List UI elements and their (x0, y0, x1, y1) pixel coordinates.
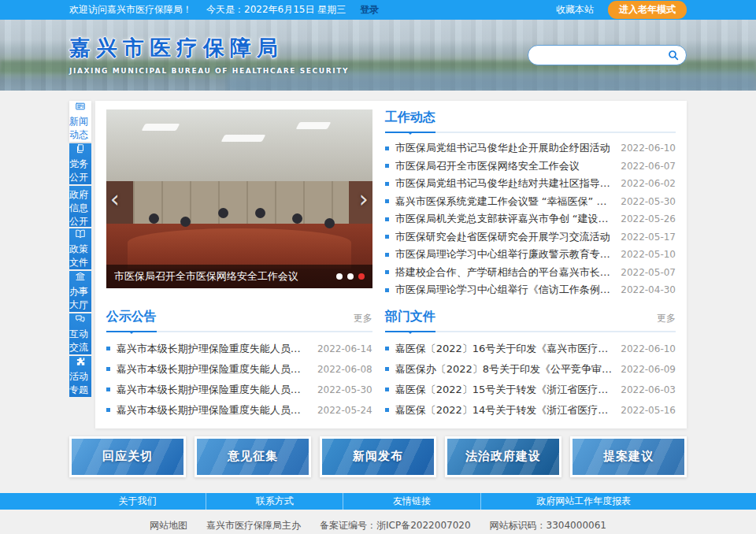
news-date: 2022-05-26 (621, 213, 676, 224)
list-item[interactable]: 嘉兴市医保系统党建工作会议暨 “幸福医保” 党建联... 2022-05-30 (385, 193, 676, 211)
list-item[interactable]: 嘉医保〔2022〕15号关于转发《浙江省医疗保... 2022-06-03 (385, 380, 676, 400)
list-item[interactable]: 嘉兴市本级长期护理保险重度失能人员名单公示（2... 2022-05-24 (106, 400, 372, 421)
date-text: 今天是：2022年6月15日 星期三 (206, 3, 346, 17)
login-link[interactable]: 登录 (360, 3, 379, 17)
news-title[interactable]: 嘉医保办〔2022〕8号关于印发《公平竞争审查... (395, 362, 613, 376)
list-item[interactable]: 市医保局召开全市医保网络安全工作会议 2022-06-07 (385, 158, 676, 176)
sidebar-item-gov-info[interactable]: 政府信息公开 (69, 186, 91, 227)
news-title[interactable]: 市医保研究会赴省医保研究会开展学习交流活动 (395, 230, 613, 244)
documents-more-link[interactable]: 更多 (657, 312, 676, 331)
news-carousel[interactable]: ‹ › 市医保局召开全市医保网络安全工作会议 (106, 109, 372, 288)
news-title[interactable]: 市医保局理论学习中心组举行《信访工作条例》专题... (395, 283, 613, 297)
header-banner: 嘉兴市医疗保障局 JIAXING MUNICIPAL BUREAU OF HEA… (0, 20, 756, 91)
banner-label: 法治政府建设 (465, 449, 541, 464)
list-item[interactable]: 嘉医保〔2022〕16号关于印发《嘉兴市医疗保... 2022-06-10 (385, 339, 676, 359)
carousel-dot[interactable] (336, 273, 343, 280)
bullet-icon (385, 217, 389, 221)
news-title[interactable]: 市医保局理论学习中心组举行廉政警示教育专题学习... (395, 247, 613, 261)
sidebar-item-interaction[interactable]: 互动交流 (69, 313, 91, 354)
favorite-link[interactable]: 收藏本站 (556, 3, 594, 17)
sidebar-item-service-hall[interactable]: 办事大厅 (69, 271, 91, 312)
list-item[interactable]: 市医保局理论学习中心组举行廉政警示教育专题学习... 2022-05-10 (385, 246, 676, 264)
documents-list: 嘉医保〔2022〕16号关于印发《嘉兴市医疗保... 2022-06-10 嘉医… (385, 339, 676, 421)
list-item[interactable]: 市医保局理论学习中心组举行《信访工作条例》专题... 2022-04-30 (385, 281, 676, 299)
footer-link-contact[interactable]: 联系方式 (206, 493, 343, 510)
banner-law-government[interactable]: 法治政府建设 (445, 436, 561, 477)
news-title[interactable]: 嘉兴市本级长期护理保险重度失能人员名单公示（2... (117, 403, 309, 417)
news-date: 2022-06-10 (621, 343, 676, 354)
list-item[interactable]: 市医保局党组书记马俊华赴企开展助企纾困活动 2022-06-10 (385, 139, 676, 158)
sitemap-link[interactable]: 网站地图 (150, 520, 187, 531)
banner-respond-concerns[interactable]: 回应关切 (69, 436, 186, 477)
search-input[interactable] (538, 50, 667, 61)
bullet-icon (385, 288, 389, 292)
carousel-caption[interactable]: 市医保局召开全市医保网络安全工作会议 (114, 269, 330, 284)
list-item[interactable]: 市医保局党组书记马俊华赴结对共建社区指导全国文... 2022-06-02 (385, 175, 676, 193)
list-item[interactable]: 搭建校企合作、产学研相结合的平台嘉兴市长期护理... 2022-05-07 (385, 264, 676, 282)
news-title[interactable]: 嘉兴市本级长期护理保险重度失能人员名单公示（2... (117, 342, 309, 356)
list-item[interactable]: 嘉兴市本级长期护理保险重度失能人员名单公示（2... 2022-06-08 (106, 359, 372, 380)
news-date: 2022-06-08 (317, 364, 372, 375)
banner-news-release[interactable]: 新闻发布 (320, 436, 436, 477)
bullet-icon (106, 408, 110, 412)
footer-link-annual-report[interactable]: 政府网站工作年度报表 (481, 493, 687, 510)
section-notices: 公示公告 更多 嘉兴市本级长期护理保险重度失能人员名单公示（2... 2022-… (106, 309, 372, 421)
list-item[interactable]: 市医保局机关党总支部获评嘉兴市争创 “建设清廉机... 2022-05-26 (385, 210, 676, 228)
footer-link-about[interactable]: 关于我们 (69, 493, 206, 510)
news-title[interactable]: 嘉兴市本级长期护理保险重度失能人员名单公示（2... (117, 383, 309, 397)
carousel-prev-arrow[interactable]: ‹ (110, 187, 120, 211)
tab-work-dynamics[interactable]: 工作动态 (385, 109, 435, 133)
news-date: 2022-06-09 (621, 364, 676, 375)
sidebar-item-party-affairs[interactable]: 党务公开 (69, 143, 91, 184)
sidebar-item-news[interactable]: 新闻动态 (69, 101, 91, 142)
news-title[interactable]: 市医保局党组书记马俊华赴企开展助企纾困活动 (395, 141, 613, 155)
news-title[interactable]: 市医保局党组书记马俊华赴结对共建社区指导全国文... (395, 176, 613, 191)
sponsor-text: 嘉兴市医疗保障局主办 (206, 520, 301, 531)
book-icon (72, 228, 89, 239)
sidebar-item-label: 政府信息公开 (69, 188, 91, 228)
news-title[interactable]: 市医保局召开全市医保网络安全工作会议 (395, 159, 613, 173)
news-title[interactable]: 嘉医保〔2022〕16号关于印发《嘉兴市医疗保... (395, 342, 613, 356)
tab-notices[interactable]: 公示公告 (106, 309, 157, 332)
news-title[interactable]: 搭建校企合作、产学研相结合的平台嘉兴市长期护理... (395, 265, 613, 280)
news-date: 2022-05-10 (621, 249, 676, 260)
news-date: 2022-04-30 (621, 284, 676, 295)
carousel-dot-active[interactable] (358, 273, 365, 280)
banner-label: 提案建议 (603, 449, 654, 464)
main-column: ‹ › 市医保局召开全市医保网络安全工作会议 工作动态 (95, 101, 687, 428)
search-icon[interactable] (667, 49, 680, 61)
news-title[interactable]: 市医保局机关党总支部获评嘉兴市争创 “建设清廉机... (395, 212, 613, 226)
tab-documents[interactable]: 部门文件 (385, 309, 435, 332)
elder-mode-button[interactable]: 进入老年模式 (608, 1, 687, 19)
banner-label: 意见征集 (228, 449, 278, 464)
bullet-icon (385, 367, 389, 371)
carousel-dot[interactable] (347, 273, 354, 280)
sidebar-item-label: 党务公开 (69, 158, 91, 184)
list-item[interactable]: 嘉兴市本级长期护理保险重度失能人员名单公示（2... 2022-06-14 (106, 339, 372, 359)
section-documents: 部门文件 更多 嘉医保〔2022〕16号关于印发《嘉兴市医疗保... 2022-… (385, 309, 676, 421)
list-item[interactable]: 市医保研究会赴省医保研究会开展学习交流活动 2022-05-17 (385, 228, 676, 247)
pages-icon (72, 143, 89, 154)
puzzle-icon (72, 356, 89, 367)
main-content: 新闻动态 党务公开 政府信息公开 政策文件 (69, 101, 687, 428)
notices-more-link[interactable]: 更多 (354, 312, 372, 331)
footer-link-friend-links[interactable]: 友情链接 (343, 493, 480, 510)
news-title[interactable]: 嘉医保〔2022〕14号关于转发《浙江省医疗保... (395, 403, 613, 417)
sidebar-item-special-topics[interactable]: 活动专题 (69, 356, 91, 397)
news-title[interactable]: 嘉兴市本级长期护理保险重度失能人员名单公示（2... (117, 362, 309, 376)
news-title[interactable]: 嘉兴市医保系统党建工作会议暨 “幸福医保” 党建联... (395, 195, 613, 209)
bullet-icon (385, 408, 389, 412)
banner-opinion-collection[interactable]: 意见征集 (195, 436, 311, 477)
carousel-next-arrow[interactable]: › (359, 187, 369, 211)
list-item[interactable]: 嘉医保办〔2022〕8号关于印发《公平竞争审查... 2022-06-09 (385, 359, 676, 380)
banner-proposals[interactable]: 提案建议 (570, 436, 687, 477)
news-title[interactable]: 嘉医保〔2022〕15号关于转发《浙江省医疗保... (395, 383, 613, 397)
icp-number: 备案证编号：浙ICP备2022007020 (320, 520, 471, 531)
footer-line-1: 网站地图嘉兴市医疗保障局主办备案证编号：浙ICP备2022007020网站标识码… (0, 517, 756, 534)
list-item[interactable]: 嘉医保〔2022〕14号关于转发《浙江省医疗保... 2022-05-16 (385, 400, 676, 421)
list-item[interactable]: 嘉兴市本级长期护理保险重度失能人员名单公示（2... 2022-05-30 (106, 380, 372, 400)
sidebar-item-policy-files[interactable]: 政策文件 (69, 228, 91, 269)
news-date: 2022-06-10 (621, 143, 676, 154)
search-box[interactable] (528, 45, 687, 65)
footer-nav: 关于我们 联系方式 友情链接 政府网站工作年度报表 (0, 493, 756, 510)
